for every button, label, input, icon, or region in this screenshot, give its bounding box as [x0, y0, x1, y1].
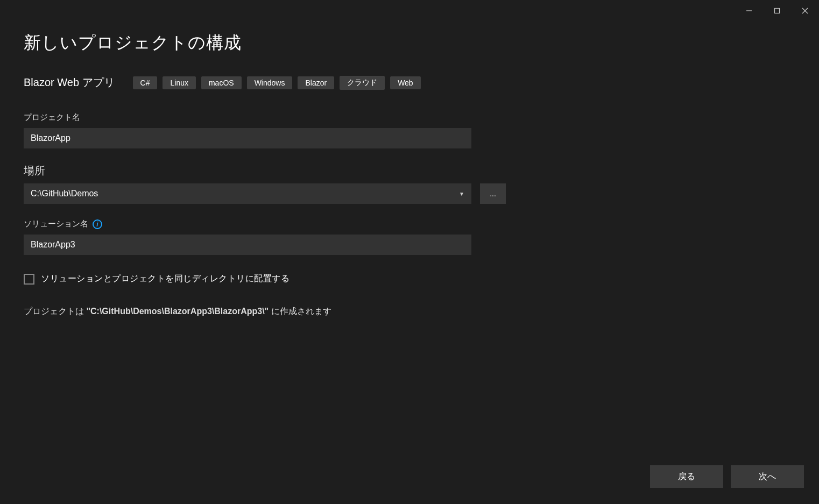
maximize-button[interactable] — [763, 2, 791, 20]
project-name-label: プロジェクト名 — [24, 112, 795, 123]
path-note-prefix: プロジェクトは — [24, 307, 86, 316]
location-row: C:\GitHub\Demos ▼ ... — [24, 183, 795, 204]
path-note-path: "C:\GitHub\Demos\BlazorApp3\BlazorApp3\" — [86, 307, 269, 316]
project-name-input[interactable] — [24, 128, 471, 148]
browse-button[interactable]: ... — [480, 183, 506, 204]
location-value: C:\GitHub\Demos — [31, 189, 98, 198]
same-directory-label: ソリューションとプロジェクトを同じディレクトリに配置する — [41, 273, 290, 285]
location-field: 場所 C:\GitHub\Demos ▼ ... — [24, 164, 795, 204]
tag: Windows — [247, 76, 293, 89]
solution-name-label: ソリューション名 — [24, 219, 88, 229]
titlebar — [0, 0, 819, 22]
location-label: 場所 — [24, 164, 795, 178]
page-title: 新しいプロジェクトの構成 — [24, 31, 795, 55]
project-path-note: プロジェクトは "C:\GitHub\Demos\BlazorApp3\Blaz… — [24, 306, 795, 317]
tag: クラウド — [340, 76, 385, 90]
tag: Blazor — [298, 76, 334, 89]
chevron-down-icon: ▼ — [459, 191, 464, 197]
tag: macOS — [201, 76, 242, 89]
path-note-suffix: に作成されます — [269, 307, 331, 316]
solution-name-input[interactable] — [24, 235, 471, 255]
dialog-footer: 戻る 次へ — [0, 465, 819, 504]
dialog-content: 新しいプロジェクトの構成 Blazor Web アプリ C# Linux mac… — [0, 22, 819, 465]
location-combo[interactable]: C:\GitHub\Demos ▼ — [24, 183, 471, 204]
tag: C# — [133, 76, 158, 89]
next-button[interactable]: 次へ — [731, 465, 804, 488]
same-directory-row: ソリューションとプロジェクトを同じディレクトリに配置する — [24, 273, 795, 285]
tag: Linux — [163, 76, 195, 89]
tag: Web — [390, 76, 421, 89]
info-icon[interactable]: i — [93, 219, 102, 229]
minimize-button[interactable] — [735, 2, 763, 20]
svg-rect-1 — [775, 9, 780, 13]
same-directory-checkbox[interactable] — [24, 274, 34, 285]
back-button[interactable]: 戻る — [650, 465, 723, 488]
solution-name-label-row: ソリューション名 i — [24, 219, 795, 229]
project-name-field: プロジェクト名 — [24, 112, 795, 148]
template-name: Blazor Web アプリ — [24, 75, 115, 90]
close-button[interactable] — [791, 2, 819, 20]
dialog-window: 新しいプロジェクトの構成 Blazor Web アプリ C# Linux mac… — [0, 0, 819, 504]
window-controls — [735, 2, 819, 20]
template-row: Blazor Web アプリ C# Linux macOS Windows Bl… — [24, 75, 795, 90]
solution-name-field: ソリューション名 i — [24, 219, 795, 255]
